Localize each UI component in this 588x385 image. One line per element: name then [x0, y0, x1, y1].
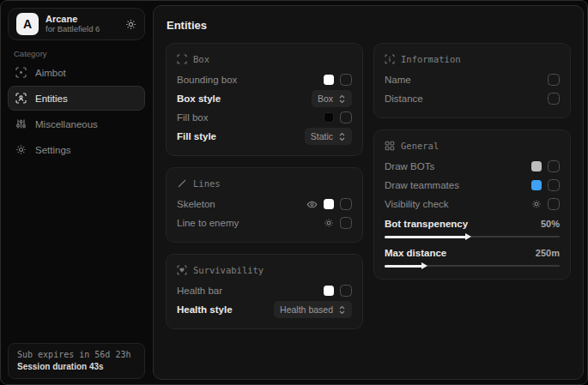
health-bar-checkbox[interactable] — [340, 285, 352, 297]
sidebar-item-label: Settings — [35, 145, 71, 155]
grid-icon — [385, 141, 395, 151]
brand-settings-gear-icon[interactable] — [125, 19, 136, 30]
box-style-select[interactable]: Box — [312, 90, 352, 107]
line-to-enemy-checkbox[interactable] — [340, 217, 352, 229]
sidebar-item-aimbot[interactable]: Aimbot — [8, 60, 145, 85]
entities-scan-icon — [15, 93, 27, 104]
draw-teammates-checkbox[interactable] — [548, 179, 560, 191]
sliders-icon — [15, 118, 27, 129]
sidebar-item-label: Aimbot — [35, 68, 66, 78]
health-style-select[interactable]: Health based — [274, 301, 352, 318]
card-title: Information — [401, 54, 461, 64]
card-information: Information Name Distance — [373, 43, 571, 118]
gear-icon[interactable] — [531, 199, 542, 209]
row-label: Line to enemy — [177, 218, 239, 228]
fill-style-select[interactable]: Static — [305, 128, 352, 145]
row-label: Bounding box — [177, 75, 237, 85]
slider-thumb[interactable] — [465, 233, 471, 240]
row-label: Fill box — [177, 112, 208, 123]
color-swatch[interactable] — [324, 286, 334, 296]
sidebar-item-label: Entities — [35, 93, 68, 104]
color-swatch[interactable] — [324, 75, 334, 85]
line-icon — [177, 178, 187, 189]
card-survivability: Survivability Health bar Health style He… — [166, 254, 363, 329]
select-value: Static — [311, 131, 333, 141]
row-label: Name — [385, 75, 411, 85]
visibility-check-checkbox[interactable] — [548, 198, 560, 210]
row-label: Max distance — [385, 248, 446, 258]
row-label: Draw BOTs — [385, 161, 434, 171]
sidebar-item-settings[interactable]: Settings — [8, 137, 145, 162]
row-fill-style: Fill style Static — [177, 127, 352, 146]
main-panel: Entities Box Bounding box — [153, 5, 584, 380]
chevron-up-down-icon — [338, 94, 346, 104]
row-label: Skeleton — [177, 199, 215, 209]
category-label: Category — [14, 49, 152, 58]
box-brackets-icon — [177, 54, 187, 64]
row-box-style: Box style Box — [177, 89, 352, 108]
row-draw-bots: Draw BOTs — [385, 157, 560, 176]
row-label: Fill style — [177, 131, 216, 141]
row-line-to-enemy: Line to enemy — [177, 214, 352, 232]
row-label: Box style — [177, 93, 221, 104]
draw-bots-checkbox[interactable] — [548, 160, 560, 172]
row-label: Visibility check — [385, 199, 449, 209]
select-value: Health based — [280, 304, 333, 315]
skeleton-checkbox[interactable] — [340, 198, 352, 210]
card-general: General Draw BOTs Draw teammates — [373, 129, 571, 280]
row-draw-teammates: Draw teammates — [385, 176, 560, 195]
row-label: Bot transpenency — [385, 219, 468, 229]
eye-icon[interactable] — [306, 199, 318, 210]
card-lines: Lines Skeleton — [166, 167, 363, 243]
sidebar-item-entities[interactable]: Entities — [8, 86, 145, 111]
heart-brackets-icon — [177, 265, 187, 275]
row-skeleton: Skeleton — [177, 195, 352, 214]
row-name: Name — [385, 70, 560, 89]
card-title: Box — [193, 54, 209, 64]
card-box: Box Bounding box Box style Box — [166, 43, 363, 156]
chevron-up-down-icon — [338, 132, 346, 141]
card-title: Survivability — [193, 265, 264, 275]
color-swatch[interactable] — [531, 180, 542, 190]
sidebar-item-miscellaneous[interactable]: Miscellaneous — [8, 111, 145, 136]
bounding-box-checkbox[interactable] — [340, 74, 352, 86]
name-checkbox[interactable] — [548, 74, 560, 86]
sidebar: A Arcane for Battlefield 6 Category — [1, 1, 152, 384]
fill-box-checkbox[interactable] — [340, 111, 352, 123]
row-fill-box: Fill box — [177, 108, 352, 127]
max-distance-value: 250m — [536, 248, 560, 258]
page-title: Entities — [167, 19, 571, 32]
row-label: Health style — [177, 304, 233, 315]
row-bounding-box: Bounding box — [177, 70, 352, 89]
info-brackets-icon — [385, 54, 395, 64]
subscription-info-box: Sub expires in 56d 23h Session duration … — [8, 343, 145, 379]
app-subtitle: for Battlefield 6 — [45, 25, 125, 34]
row-health-bar: Health bar — [177, 281, 352, 300]
color-swatch[interactable] — [531, 161, 542, 171]
row-distance: Distance — [385, 89, 560, 108]
bot-transparency-slider[interactable] — [385, 233, 560, 240]
sidebar-nav: Aimbot Entities — [1, 60, 152, 162]
app-title: Arcane — [45, 14, 125, 25]
distance-checkbox[interactable] — [548, 93, 560, 105]
app-window: A Arcane for Battlefield 6 Category — [0, 0, 588, 385]
slider-thumb[interactable] — [421, 262, 427, 269]
chevron-up-down-icon — [338, 305, 346, 315]
crosshair-icon — [15, 67, 27, 78]
bot-transparency-slider-group: Bot transpenency 50% — [385, 216, 560, 240]
row-label: Draw teammates — [385, 180, 459, 190]
row-health-style: Health style Health based — [177, 300, 352, 319]
brand-box: A Arcane for Battlefield 6 — [8, 8, 145, 40]
bot-transparency-value: 50% — [541, 219, 560, 229]
gear-icon[interactable] — [324, 218, 334, 228]
row-label: Distance — [385, 93, 423, 104]
color-swatch[interactable] — [324, 112, 334, 123]
gear-icon — [15, 144, 27, 155]
session-duration-text: Session duration 43s — [17, 362, 136, 371]
sidebar-item-label: Miscellaneous — [35, 119, 98, 129]
color-swatch[interactable] — [324, 199, 334, 209]
card-title: General — [401, 141, 439, 151]
max-distance-slider[interactable] — [385, 262, 560, 269]
row-label: Health bar — [177, 286, 222, 296]
sub-expiry-text: Sub expires in 56d 23h — [17, 350, 136, 359]
